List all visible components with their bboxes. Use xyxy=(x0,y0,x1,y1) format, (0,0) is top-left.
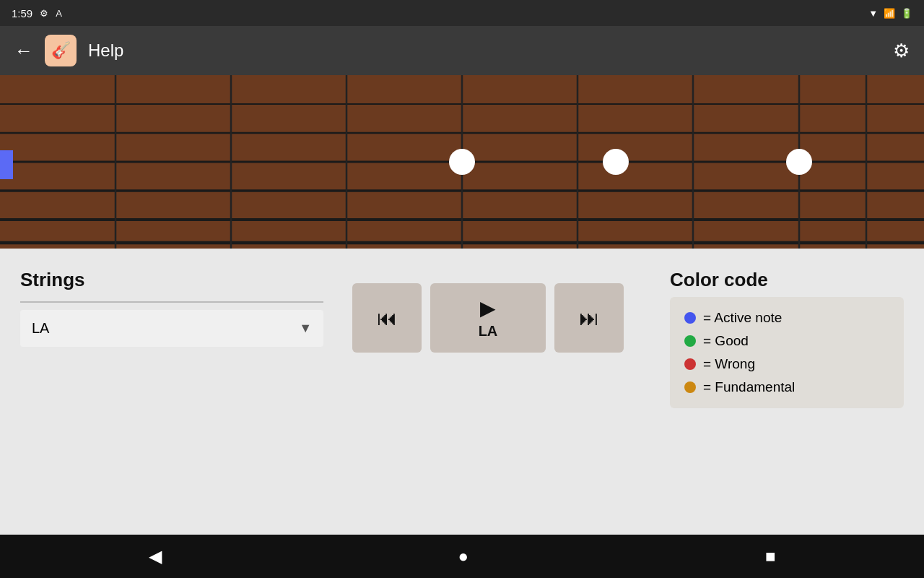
prev-icon: ⏮ xyxy=(377,306,397,330)
color-code-section: Color code = Active note = Good = Wrong … xyxy=(670,269,904,408)
fretboard xyxy=(0,75,924,249)
fundamental-dot xyxy=(684,381,696,393)
back-button[interactable]: ← xyxy=(14,40,33,62)
active-note-label: = Active note xyxy=(703,310,782,326)
wifi-icon: ▼ xyxy=(868,8,878,19)
color-code-box: = Active note = Good = Wrong = Fundament… xyxy=(670,297,904,408)
page-title: Help xyxy=(88,40,123,61)
signal-icon: 📶 xyxy=(884,8,895,19)
bottom-nav: ◀ ● ■ xyxy=(0,535,924,578)
strings-label: Strings xyxy=(20,269,323,291)
status-bar: 1:59 ⚙ A ▼ 📶 🔋 xyxy=(0,0,924,26)
play-button[interactable]: ▶ LA xyxy=(430,283,546,353)
status-time: 1:59 xyxy=(12,7,32,20)
color-item-active: = Active note xyxy=(684,310,889,326)
main-content: Strings LA ▼ ⏮ ▶ LA ⏭ Color code = Activ… xyxy=(0,249,924,423)
battery-icon: 🔋 xyxy=(901,8,912,19)
fretboard-inner xyxy=(0,75,924,249)
color-item-wrong: = Wrong xyxy=(684,356,889,372)
good-dot xyxy=(684,335,696,347)
top-bar: ← 🎸 Help ⚙ xyxy=(0,26,924,75)
strings-divider xyxy=(20,301,323,303)
nav-home-button[interactable]: ● xyxy=(458,546,469,566)
color-item-good: = Good xyxy=(684,333,889,349)
nav-recent-button[interactable]: ■ xyxy=(765,546,776,566)
app-icon: 🎸 xyxy=(45,35,77,66)
play-note-label: LA xyxy=(479,323,498,340)
next-icon: ⏭ xyxy=(579,306,599,330)
strings-value: LA xyxy=(32,320,49,337)
settings-status-icon: ⚙ xyxy=(40,8,48,19)
settings-button[interactable]: ⚙ xyxy=(893,40,910,62)
fundamental-label: = Fundamental xyxy=(703,379,795,395)
color-item-fundamental: = Fundamental xyxy=(684,379,889,395)
fret-dot-3 xyxy=(786,149,812,175)
prev-button[interactable]: ⏮ xyxy=(352,283,422,353)
play-icon: ▶ xyxy=(480,296,496,320)
wrong-label: = Wrong xyxy=(703,356,755,372)
app-icon-emoji: 🎸 xyxy=(51,41,71,60)
active-note-dot xyxy=(684,312,696,324)
dropdown-arrow-icon: ▼ xyxy=(299,321,312,336)
nav-back-button[interactable]: ◀ xyxy=(149,546,162,566)
svg-rect-15 xyxy=(0,150,13,179)
strings-section: Strings LA ▼ xyxy=(20,269,323,408)
fret-dot-1 xyxy=(449,149,475,175)
strings-dropdown[interactable]: LA ▼ xyxy=(20,310,323,347)
wrong-dot xyxy=(684,358,696,370)
good-label: = Good xyxy=(703,333,749,349)
fret-dot-2 xyxy=(603,149,629,175)
a-status-icon: A xyxy=(56,8,62,19)
fretboard-svg xyxy=(0,75,924,249)
color-code-title: Color code xyxy=(670,269,904,291)
next-button[interactable]: ⏭ xyxy=(554,283,624,353)
playback-controls: ⏮ ▶ LA ⏭ xyxy=(352,269,641,408)
